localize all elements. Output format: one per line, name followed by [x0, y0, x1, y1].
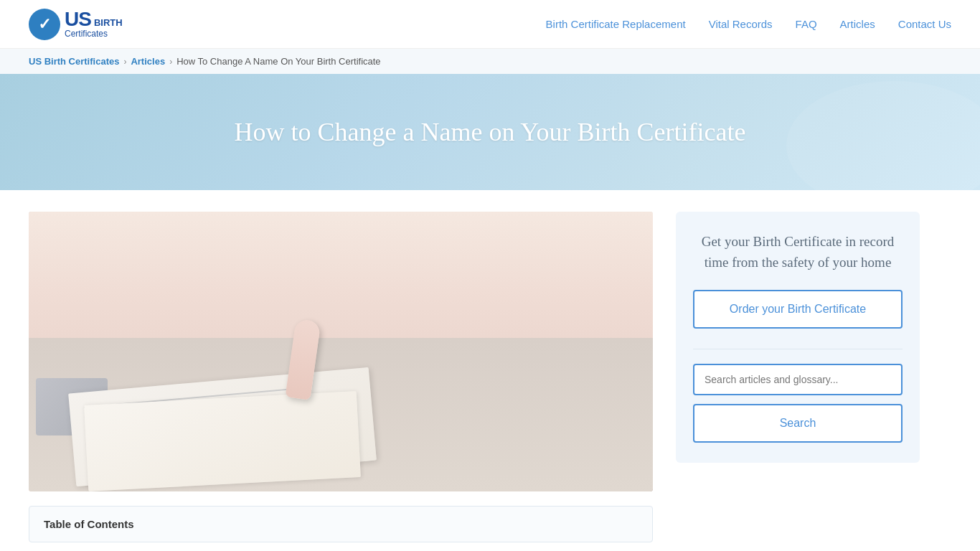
- page-title: How to Change a Name on Your Birth Certi…: [235, 117, 746, 147]
- nav-faq[interactable]: FAQ: [796, 18, 817, 30]
- breadcrumb-sep-1: ›: [123, 57, 126, 67]
- nav-articles[interactable]: Articles: [840, 18, 875, 30]
- nav-birth-certificate-replacement[interactable]: Birth Certificate Replacement: [546, 18, 686, 30]
- logo-birth-text: BIRTH: [94, 18, 123, 28]
- site-logo[interactable]: US BIRTH Certificates: [29, 9, 123, 40]
- main-content: Table of Contents Get your Birth Certifi…: [0, 190, 980, 551]
- search-input[interactable]: [693, 364, 903, 395]
- breadcrumb: US Birth Certificates › Articles › How T…: [0, 49, 980, 74]
- sidebar: Get your Birth Certificate in record tim…: [676, 212, 920, 463]
- logo-icon: [29, 9, 60, 40]
- main-nav: Birth Certificate Replacement Vital Reco…: [546, 18, 951, 30]
- logo-cert-text: Certificates: [65, 29, 123, 39]
- hero-banner: How to Change a Name on Your Birth Certi…: [0, 74, 980, 190]
- site-header: US BIRTH Certificates Birth Certificate …: [0, 0, 980, 49]
- breadcrumb-current: How To Change A Name On Your Birth Certi…: [176, 56, 380, 67]
- nav-contact-us[interactable]: Contact Us: [898, 18, 951, 30]
- sidebar-card: Get your Birth Certificate in record tim…: [676, 212, 920, 463]
- nav-vital-records[interactable]: Vital Records: [709, 18, 773, 30]
- sidebar-promo-text: Get your Birth Certificate in record tim…: [693, 232, 903, 273]
- article-content: Table of Contents: [29, 212, 653, 542]
- breadcrumb-articles[interactable]: Articles: [131, 56, 165, 67]
- breadcrumb-sep-2: ›: [169, 57, 172, 67]
- order-birth-certificate-button[interactable]: Order your Birth Certificate: [693, 290, 903, 329]
- logo-us-text: US: [65, 9, 91, 29]
- breadcrumb-home[interactable]: US Birth Certificates: [29, 56, 119, 67]
- table-of-contents: Table of Contents: [29, 506, 653, 542]
- search-button[interactable]: Search: [693, 404, 903, 443]
- toc-title: Table of Contents: [44, 518, 638, 530]
- article-image: [29, 212, 653, 491]
- sidebar-divider: [693, 349, 903, 349]
